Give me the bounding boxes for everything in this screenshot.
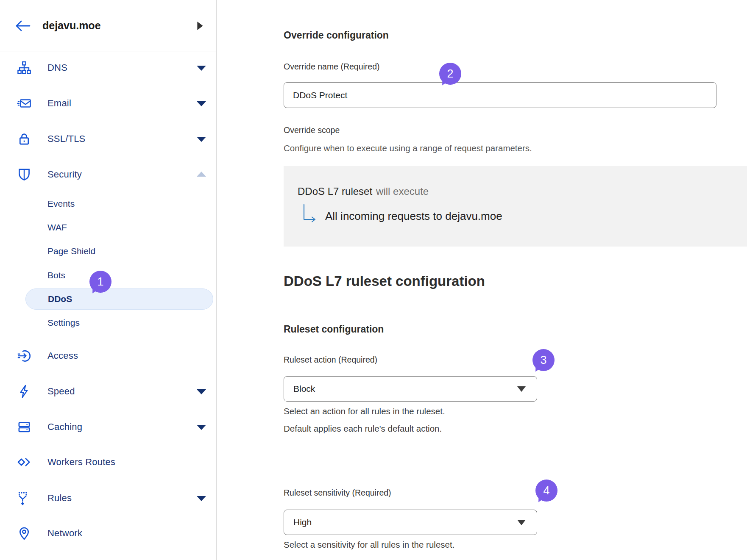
ruleset-action-value: Block <box>293 384 315 394</box>
ruleset-sensitivity-label: Ruleset sensitivity (Required) <box>284 488 391 498</box>
sidebar-item-label: DDoS <box>48 294 72 304</box>
back-arrow-icon[interactable] <box>14 19 31 33</box>
sidebar-item-dns[interactable]: DNS <box>0 55 216 80</box>
sidebar-header: dejavu.moe <box>0 0 216 52</box>
sidebar-item-security[interactable]: Security <box>0 162 216 187</box>
sidebar-item-label: Events <box>47 199 75 209</box>
shield-icon <box>17 167 31 182</box>
sidebar-item-label: Settings <box>47 318 80 328</box>
ddos-l7-ruleset-configuration-title: DDoS L7 ruleset configuration <box>284 273 485 289</box>
sidebar-item-label: Caching <box>47 421 82 432</box>
sidebar-item-label: Email <box>47 98 71 109</box>
sidebar-item-ddos[interactable]: DDoS <box>25 288 213 310</box>
lock-icon <box>17 132 31 146</box>
chevron-up-icon[interactable] <box>197 172 206 177</box>
scope-will-execute: will execute <box>376 186 429 197</box>
chevron-down-icon[interactable] <box>197 66 206 71</box>
override-scope-description: Configure when to execute using a range … <box>284 143 532 153</box>
server-stack-icon <box>17 420 31 434</box>
ruleset-configuration-title: Ruleset configuration <box>284 324 384 335</box>
override-name-label: Override name (Required) <box>284 62 380 72</box>
sidebar-item-settings[interactable]: Settings <box>0 312 216 333</box>
chevron-down-icon[interactable] <box>197 101 206 106</box>
sidebar-item-label: Page Shield <box>47 246 95 256</box>
zone-title: dejavu.moe <box>42 19 101 32</box>
override-name-input[interactable] <box>284 82 716 108</box>
access-icon <box>17 349 31 363</box>
sidebar-item-label: Network <box>47 528 82 539</box>
ruleset-action-help-2: Default applies each rule's default acti… <box>284 424 442 434</box>
ruleset-sensitivity-help: Select a sensitivity for all rules in th… <box>284 540 454 550</box>
sidebar-item-label: Access <box>47 350 78 361</box>
ruleset-sensitivity-value: High <box>293 517 312 527</box>
sidebar-item-waf[interactable]: WAF <box>0 217 216 238</box>
sidebar-item-label: Rules <box>47 493 72 504</box>
scope-ruleset-name: DDoS L7 ruleset <box>298 186 372 197</box>
sidebar-item-label: WAF <box>47 222 67 233</box>
branch-arrow-icon <box>303 204 317 224</box>
ruleset-action-help-1: Select an action for all rules in the ru… <box>284 406 445 416</box>
dns-icon <box>17 61 31 75</box>
sidebar-item-label: SSL/TLS <box>47 133 85 144</box>
sidebar-item-ssl-tls[interactable]: SSL/TLS <box>0 126 216 152</box>
sidebar-item-network[interactable]: Network <box>0 521 216 546</box>
collapse-sidebar-icon[interactable] <box>197 21 203 30</box>
sidebar-item-page-shield[interactable]: Page Shield <box>0 241 216 262</box>
sidebar-item-events[interactable]: Events <box>0 193 216 214</box>
sidebar-item-workers-routes[interactable]: Workers Routes <box>0 449 216 475</box>
chevron-down-icon[interactable] <box>197 425 206 430</box>
sidebar-item-speed[interactable]: Speed <box>0 379 216 404</box>
chevron-down-icon[interactable] <box>197 137 206 142</box>
step-badge-4: 4 <box>535 480 557 502</box>
sidebar-item-label: Bots <box>47 270 65 280</box>
chevron-down-icon[interactable] <box>197 389 206 394</box>
sidebar-item-label: Speed <box>47 386 75 397</box>
sidebar-item-label: Workers Routes <box>47 457 115 468</box>
ruleset-action-select[interactable]: Block <box>284 376 537 402</box>
scope-execution-line: DDoS L7 rulesetwill execute <box>298 186 429 197</box>
chevron-down-icon[interactable] <box>197 496 206 501</box>
map-pin-icon <box>17 526 31 541</box>
email-icon <box>17 96 31 111</box>
lightning-icon <box>17 384 31 399</box>
funnel-icon <box>17 491 31 505</box>
ruleset-action-label: Ruleset action (Required) <box>284 355 377 365</box>
override-scope-label: Override scope <box>284 125 340 135</box>
sidebar-item-email[interactable]: Email <box>0 91 216 116</box>
override-configuration-title: Override configuration <box>284 30 389 41</box>
override-scope-box: DDoS L7 rulesetwill execute All incoming… <box>284 166 747 247</box>
sidebar-item-rules[interactable]: Rules <box>0 485 216 511</box>
scope-target: All incoming requests to dejavu.moe <box>325 210 502 223</box>
sidebar-item-caching[interactable]: Caching <box>0 414 216 440</box>
step-badge-3: 3 <box>532 349 555 371</box>
select-caret-icon <box>517 386 526 392</box>
select-caret-icon <box>517 520 526 525</box>
ruleset-sensitivity-select[interactable]: High <box>284 510 537 535</box>
step-badge-1: 1 <box>89 271 111 293</box>
sidebar-item-access[interactable]: Access <box>0 343 216 369</box>
sidebar-item-label: Security <box>47 169 82 180</box>
code-route-icon <box>17 455 31 469</box>
sidebar-item-label: DNS <box>47 62 67 73</box>
main-content: Override configuration Override name (Re… <box>217 0 747 560</box>
step-badge-2: 2 <box>439 63 461 85</box>
